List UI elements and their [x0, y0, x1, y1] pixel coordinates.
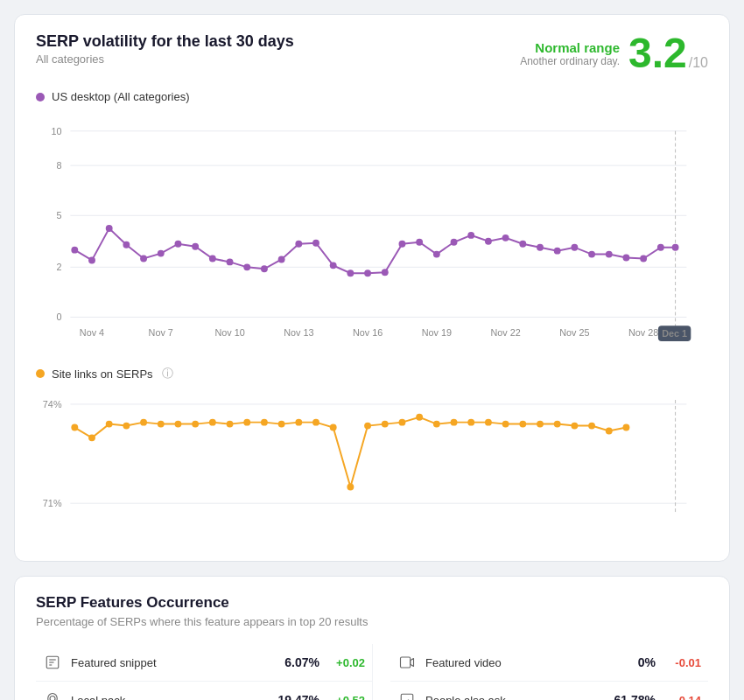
svg-point-40 [571, 244, 578, 251]
orange-chart-section: Site links on SERPs ⓘ 74% 71% [36, 366, 708, 529]
svg-point-70 [192, 421, 199, 428]
svg-point-35 [485, 238, 492, 245]
feature-name-people: People also ask [425, 694, 601, 701]
svg-text:2: 2 [57, 262, 62, 272]
score-number: 3.2 [628, 32, 687, 74]
svg-point-84 [433, 421, 440, 428]
svg-point-16 [158, 250, 165, 257]
video-icon [397, 653, 417, 672]
svg-point-27 [347, 270, 354, 276]
orange-dot [36, 369, 45, 378]
range-label-block: Normal range Another ordinary day. [520, 40, 620, 67]
svg-point-44 [640, 256, 647, 262]
local-icon-svg [45, 692, 60, 700]
svg-point-39 [554, 248, 561, 255]
svg-point-36 [502, 234, 509, 242]
svg-text:Nov 10: Nov 10 [214, 327, 244, 338]
svg-point-14 [123, 242, 130, 248]
score-denom: /10 [689, 55, 708, 71]
svg-point-43 [623, 255, 630, 262]
features-subtitle: Percentage of SERPs where this feature a… [36, 615, 708, 628]
feature-pct-video: 0% [610, 655, 656, 669]
feature-pct-local: 19.47% [274, 693, 319, 700]
orange-legend: Site links on SERPs ⓘ [36, 366, 708, 382]
purple-chart-svg: 10 8 5 2 0 [36, 112, 708, 348]
svg-point-100 [50, 696, 55, 701]
orange-legend-label: Site links on SERPs [52, 368, 153, 381]
svg-marker-103 [411, 659, 414, 667]
volatility-card: SERP volatility for the last 30 days All… [14, 14, 730, 562]
svg-point-77 [312, 419, 319, 426]
svg-point-11 [71, 247, 78, 254]
features-title: SERP Features Occurrence [36, 594, 708, 612]
features-card: SERP Features Occurrence Percentage of S… [14, 576, 730, 700]
svg-point-64 [88, 434, 95, 441]
feature-name-local: Local pack [71, 694, 265, 701]
svg-point-78 [330, 424, 337, 431]
local-icon [43, 690, 62, 700]
svg-point-30 [399, 241, 406, 248]
svg-point-31 [416, 239, 423, 246]
snippet-icon [43, 653, 62, 672]
normal-range-section: Normal range Another ordinary day. 3.2 /… [520, 32, 708, 74]
info-icon[interactable]: ⓘ [162, 366, 173, 382]
svg-point-46 [672, 244, 679, 251]
svg-point-83 [416, 414, 423, 421]
svg-point-72 [227, 421, 234, 428]
svg-text:Nov 25: Nov 25 [559, 327, 589, 338]
feature-row-video: Featured video 0% -0.01 [390, 644, 708, 682]
svg-point-20 [227, 258, 234, 265]
svg-point-63 [71, 424, 78, 431]
purple-dot [36, 93, 45, 102]
svg-text:10: 10 [51, 126, 61, 136]
orange-chart-svg: 74% 71% [36, 390, 708, 526]
svg-point-15 [140, 256, 147, 262]
svg-point-88 [502, 421, 509, 428]
people-icon [397, 690, 417, 700]
svg-point-17 [175, 241, 182, 248]
svg-point-32 [433, 251, 440, 258]
svg-point-25 [312, 240, 319, 247]
svg-point-41 [588, 251, 595, 258]
svg-point-42 [606, 251, 613, 258]
svg-point-33 [451, 239, 458, 246]
purple-chart-section: US desktop (All categories) 10 8 5 2 0 [36, 90, 708, 352]
range-title: Normal range [535, 40, 620, 55]
svg-rect-102 [401, 657, 411, 668]
svg-point-28 [364, 270, 371, 276]
svg-point-12 [88, 257, 95, 264]
svg-point-92 [571, 423, 578, 430]
svg-text:Nov 7: Nov 7 [149, 327, 173, 338]
svg-text:Nov 22: Nov 22 [490, 327, 520, 338]
feature-row-people: People also ask 61.78% -0.14 [390, 682, 708, 700]
people-icon-svg [399, 692, 415, 700]
features-left-col: Featured snippet 6.07% +0.02 Local pack … [36, 644, 372, 700]
svg-point-13 [106, 225, 113, 232]
svg-point-29 [382, 269, 389, 276]
svg-point-76 [295, 419, 302, 426]
feature-change-snippet: +0.02 [328, 656, 365, 669]
header-left: SERP volatility for the last 30 days All… [36, 32, 294, 66]
svg-point-71 [209, 419, 216, 426]
feature-row-local: Local pack 19.47% +0.52 [36, 682, 372, 700]
svg-rect-104 [401, 694, 413, 700]
features-right-col: Featured video 0% -0.01 People also ask … [372, 644, 708, 700]
card-title: SERP volatility for the last 30 days [36, 32, 294, 51]
feature-change-local: +0.52 [328, 694, 365, 701]
svg-text:Nov 16: Nov 16 [353, 327, 383, 338]
svg-point-93 [588, 423, 595, 430]
card-header: SERP volatility for the last 30 days All… [36, 32, 708, 74]
feature-row-snippet: Featured snippet 6.07% +0.02 [36, 644, 372, 682]
svg-point-19 [209, 256, 216, 262]
svg-text:71%: 71% [43, 498, 62, 508]
svg-text:5: 5 [57, 210, 62, 220]
svg-point-65 [106, 421, 113, 428]
svg-point-26 [330, 262, 337, 269]
svg-point-80 [364, 423, 371, 430]
svg-point-18 [192, 243, 199, 250]
feature-pct-snippet: 6.07% [274, 655, 319, 669]
svg-point-86 [467, 419, 474, 426]
svg-text:Nov 4: Nov 4 [80, 327, 104, 338]
range-sub: Another ordinary day. [520, 55, 620, 67]
feature-pct-people: 61.78% [610, 693, 656, 700]
